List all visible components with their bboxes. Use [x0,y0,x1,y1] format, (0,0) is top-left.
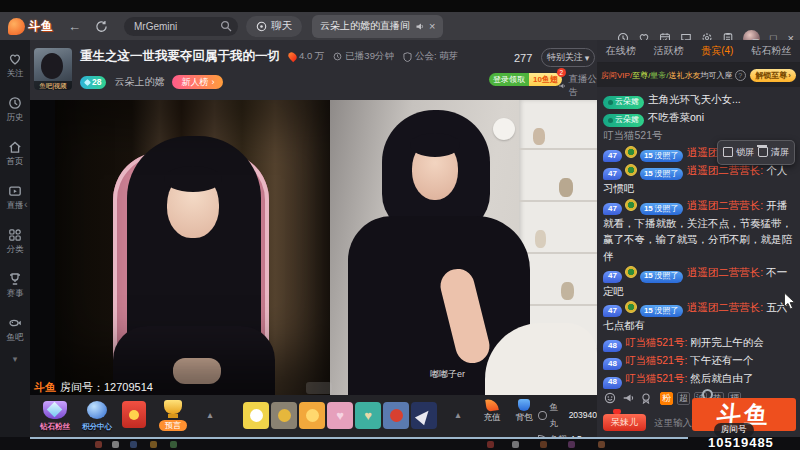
douyu-fish-icon [8,18,25,35]
special-follow-button[interactable]: 特别关注▾ [541,48,595,67]
message-username[interactable]: 叮当猫521号: [625,336,690,348]
sidebar-item-yuba[interactable]: 鱼吧 [7,316,24,344]
medal-icon[interactable] [640,392,652,404]
taskbar-app-icon [150,441,157,448]
sidebar-collapse-icon[interactable]: ‹ [24,198,28,210]
taskbar-app-icon [598,441,605,448]
message-text: 下午还有一个 [690,354,753,366]
left-streamer-hands [173,358,221,384]
fan-club-badge: 15没照了 [640,271,683,283]
chat-tab[interactable]: 贵宾(4) [701,44,733,58]
vip-seat-notice: 房间VIP/至尊/皇帝/送礼水友均可入座 ? 解锁至尊› [597,63,800,87]
like-hand-gift[interactable] [243,402,269,429]
chat-shortcut-button[interactable]: 聊天 [246,16,302,37]
refresh-icon[interactable] [95,20,108,33]
help-icon[interactable]: ? [735,70,746,81]
douyu-logo[interactable]: 斗鱼 [8,18,54,35]
user-level-badge: 47 [603,168,622,180]
message-username[interactable]: 逍遥团二营营长: [687,266,766,278]
diamond-fans-button[interactable]: 钻石粉丝 [36,399,74,431]
chat-tab[interactable]: 活跃榜 [654,44,684,58]
island-heart-gift[interactable]: ♥ [355,402,381,429]
announcement-icon [558,81,566,91]
video-room-id-overlay: 斗鱼 房间号：12709514 [34,380,153,395]
清屏-button[interactable]: 清屏 [758,144,789,161]
chat-message: 48叮当猫521号: 然后就自由了 [603,370,794,388]
message-username[interactable]: 逍遥团二营营长: [687,164,766,176]
login-reward-badge[interactable]: 登录领取 10鱼翅 2 [489,73,562,86]
broadcast-duration: 已播39分钟 [333,50,394,63]
horn-icon[interactable] [622,392,634,404]
sidebar-item-follow[interactable]: 关注 [7,52,24,80]
sidebar-item-label: 关注 [7,68,24,80]
hot-count: 4.0 万 [289,50,324,63]
message-context-menu: 锁屏清屏 [717,140,795,165]
sidebar-more-chevron-icon[interactable]: ▾ [13,354,18,364]
points-center-button[interactable]: 积分中心 [78,399,116,431]
gold-coin-gift[interactable] [271,402,297,429]
message-username[interactable]: 逍遥团二营营长: [687,199,766,211]
live-room-tab[interactable]: 云朵上的嫦的直播间 × [312,15,443,38]
rocket-gift[interactable] [411,402,437,429]
white-shelf [519,100,597,348]
prophecy-button[interactable]: 预言 [154,399,192,431]
back-icon[interactable]: ← [68,19,81,34]
tab-close-icon[interactable]: × [429,20,435,32]
sidebar-item-match[interactable]: 赛事 [7,272,24,300]
medal-badge-icon [625,199,637,211]
unlock-supreme-button[interactable]: 解锁至尊› [750,69,796,82]
douyu-watermark: 斗鱼 房间号 10519485 [690,389,800,450]
chat-tab[interactable]: 在线榜 [606,44,636,58]
red-packet-button[interactable] [122,401,146,428]
medal-badge-icon [625,146,637,158]
recharge-button[interactable]: 充值 [478,399,506,424]
emoji-icon[interactable] [604,392,616,404]
expand-gifts-chevron-icon[interactable]: ▴ [450,407,466,423]
taskbar-app-icon [487,441,494,448]
sidebar-item-label: 历史 [7,112,24,124]
sidebar-item-home[interactable]: 首页 [7,140,24,168]
taskbar-app-icon [95,441,102,448]
chat-message: 云朵嫦主角光环飞天小女... [603,91,794,109]
message-username[interactable]: 叮当猫521号: [625,354,690,366]
douyu-brand-text: 斗鱼 [34,380,56,395]
room-announcement-button[interactable]: 直播公告 [558,73,597,99]
sidebar-item-history[interactable]: 历史 [7,96,24,124]
newcomer-rank-button[interactable]: 新人榜› [172,75,223,89]
round-wall-decor [493,118,515,140]
streamer-name[interactable]: 云朵上的嫦 [114,75,164,89]
backpack-button[interactable]: 背包 [510,399,538,424]
chat-tab[interactable]: 钻石粉丝 [751,44,791,58]
search-icon[interactable] [220,20,232,32]
points-orb-icon [87,401,107,419]
message-text: 刚开完上午的会 [690,336,764,348]
mouse-cursor [783,292,796,311]
fan-badge-button[interactable]: 呆妹儿 [603,414,646,431]
guild-shield-icon [403,52,412,62]
message-text: 然后就自由了 [690,372,753,384]
streamer-avatar[interactable]: 鱼吧|视频 [34,48,72,90]
sidebar-items: 关注历史首页直播分类赛事鱼吧 [7,52,24,360]
message-username[interactable]: 逍遥团二营营长: [687,301,766,313]
sidebar-item-label: 首页 [7,156,24,168]
sidebar-item-category[interactable]: 分类 [7,228,24,256]
tab-sound-icon [415,22,424,31]
锁屏-button[interactable]: 锁屏 [723,144,754,161]
gold-ticket-gift[interactable] [299,402,325,429]
category-icon [8,228,22,242]
super-figure-gift[interactable] [383,402,409,429]
video-player[interactable]: 嘟嘟子er 斗鱼 房间号：12709514 [30,100,597,395]
quality-tag[interactable] [306,382,332,394]
pink-heart-card-gift[interactable]: ♥ [327,402,353,429]
left-streamer-hair [127,136,261,366]
filter-button-粉[interactable]: 粉 [660,392,673,405]
sidebar-item-label: 赛事 [7,288,24,300]
sidebar-item-live[interactable]: 直播 [7,184,24,212]
streamer-fan-badge: 云朵嫦 [603,96,644,109]
sidebar-item-label: 分类 [7,244,24,256]
filter-button-超[interactable]: 超 [677,392,690,405]
message-username[interactable]: 叮当猫521号: [625,372,690,384]
chat-message-list[interactable]: 云朵嫦主角光环飞天小女...云朵嫦不吃香菜oni叮当猫521号4715没照了逍遥… [597,87,800,389]
clear-screen-icon [758,147,768,157]
expand-activities-chevron-icon[interactable]: ▴ [202,407,218,423]
